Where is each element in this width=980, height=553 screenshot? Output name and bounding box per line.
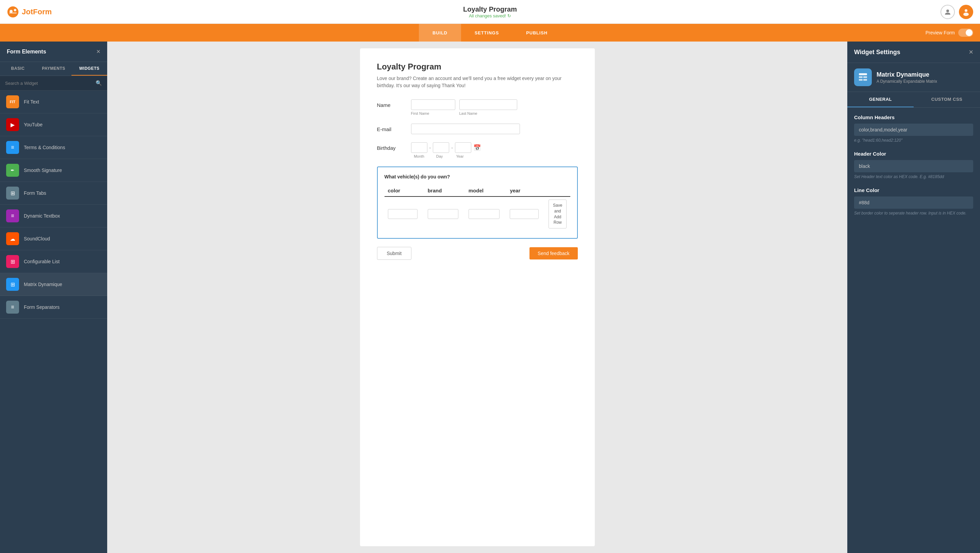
nav-tab-settings[interactable]: SETTINGS [461,24,512,41]
panel-content: Column Headers e.g. "head1:60,head2:120"… [847,108,980,553]
form-actions: Submit Send feedback [377,247,578,260]
line-color-input[interactable] [854,196,973,209]
widget-info-sub: A Dynamically Expandable Matrix [877,79,937,84]
search-button[interactable]: 🔍 [95,80,102,86]
panel-tab-custom-css[interactable]: CUSTOM CSS [914,92,980,107]
birthday-labels: Month Day Year [411,154,481,158]
widget-item-terms[interactable]: ≡ Terms & Conditions [0,136,107,159]
matrix-question: What vehicle(s) do you own? [385,174,570,180]
avatar-icon [962,8,970,16]
header-color-group: Header Color Set Header text color as HE… [854,151,973,179]
widget-name-youtube: YouTube [24,122,43,127]
search-area: 🔍 [0,76,107,91]
matrix-widget: What vehicle(s) do you own? color brand … [377,167,578,239]
widget-item-matrix-dynamique[interactable]: ⊞ Matrix Dynamique [0,273,107,296]
birthday-month-input[interactable] [411,142,427,153]
sidebar-tab-widgets[interactable]: WIDGETS [72,62,107,76]
saved-status: All changes saved! ↻ [463,13,517,18]
column-headers-group: Column Headers e.g. "head1:60,head2:120" [854,115,973,143]
search-input[interactable] [5,81,95,86]
feedback-button[interactable]: Send feedback [530,247,578,260]
matrix-header-action [545,185,570,196]
sidebar-tab-basic[interactable]: BASIC [0,62,36,76]
signature-icon: ✒ [6,164,19,177]
svg-rect-9 [863,76,867,78]
widget-info-text: Matrix Dynamique A Dynamically Expandabl… [877,71,937,84]
matrix-input-model[interactable] [469,209,500,219]
matrix-header-row: color brand model year [385,185,570,196]
svg-point-6 [963,13,969,16]
nav-tab-build[interactable]: BUILD [419,24,461,41]
first-name-sublabel: First Name [411,112,455,115]
name-field: Name First Name Last Name [377,99,578,115]
youtube-icon: ▶ [6,118,19,131]
widget-settings-panel: Widget Settings × Matrix Dynamique A Dyn… [847,41,980,553]
widget-item-form-tabs[interactable]: ⊞ Form Tabs [0,182,107,205]
logo-text: JotForm [22,8,52,16]
matrix-cell-year [506,196,545,231]
widget-name-soundcloud: SoundCloud [24,236,50,241]
top-header: JotForm Loyalty Program All changes save… [0,0,980,24]
nav-tab-publish[interactable]: PUBLISH [512,24,561,41]
panel-title: Widget Settings [854,49,900,56]
svg-rect-7 [859,73,867,75]
column-headers-input[interactable] [854,124,973,136]
first-name-input[interactable] [411,99,455,110]
sidebar-close-button[interactable]: × [96,48,100,56]
column-headers-hint: e.g. "head1:60,head2:120" [854,138,973,143]
user-icon[interactable] [940,5,955,19]
form-separators-icon: ≡ [6,301,19,314]
nav-bar: BUILD SETTINGS PUBLISH Preview Form [0,24,980,41]
configurable-list-icon: ⊞ [6,255,19,268]
sidebar-header: Form Elements × [0,41,107,62]
matrix-input-brand[interactable] [428,209,458,219]
preview-form-label: Preview Form [926,30,955,35]
matrix-header-model: model [465,185,507,196]
panel-tab-general[interactable]: GENERAL [847,92,914,107]
header-right [940,5,973,19]
sidebar-tab-payments[interactable]: PAYMENTS [36,62,72,76]
dynamic-textbox-icon: ≡ [6,209,19,222]
submit-button[interactable]: Submit [377,247,412,260]
widget-item-youtube[interactable]: ▶ YouTube [0,113,107,136]
birthday-row: - - 📅 [411,142,481,153]
matrix-input-year[interactable] [510,209,538,219]
widget-item-soundcloud[interactable]: ☁ SoundCloud [0,228,107,250]
day-label: Day [431,154,448,158]
jotform-logo-icon [7,6,19,18]
form-card-title: Loyalty Program [377,62,578,72]
matrix-widget-svg-icon [858,73,868,82]
header-color-hint: Set Header text color as HEX code. E.g. … [854,174,973,179]
preview-form-toggle[interactable] [958,29,973,37]
save-add-row-button[interactable]: SaveandAddRow [549,199,566,228]
widget-item-configurable-list[interactable]: ⊞ Configurable List [0,250,107,273]
widget-item-fit-text[interactable]: FIT Fit Text [0,91,107,113]
svg-point-4 [946,10,949,12]
svg-rect-10 [859,79,862,81]
svg-point-1 [10,10,13,13]
logo-area[interactable]: JotForm [7,6,52,18]
panel-header: Widget Settings × [847,41,980,63]
avatar[interactable] [959,5,973,19]
matrix-dynamique-icon: ⊞ [6,278,19,291]
header-color-input[interactable] [854,160,973,172]
first-name-group: First Name [411,99,455,115]
svg-point-0 [8,6,18,17]
widget-item-dynamic-textbox[interactable]: ≡ Dynamic Textbox [0,205,107,228]
calendar-icon[interactable]: 📅 [473,144,481,151]
widget-item-signature[interactable]: ✒ Smooth Signature [0,159,107,182]
line-color-hint: Set border color to seperate header row.… [854,211,973,215]
birthday-day-input[interactable] [433,142,449,153]
preview-form-area: Preview Form [926,29,973,37]
panel-close-button[interactable]: × [969,48,973,57]
matrix-table: color brand model year [385,185,570,231]
email-input[interactable] [411,124,520,134]
birthday-year-input[interactable] [455,142,471,153]
widget-item-form-separators[interactable]: ≡ Form Separators [0,296,107,319]
widget-info: Matrix Dynamique A Dynamically Expandabl… [847,63,980,92]
matrix-input-color[interactable] [388,209,417,219]
widget-info-name: Matrix Dynamique [877,71,937,78]
last-name-input[interactable] [460,99,517,110]
svg-rect-11 [863,79,867,81]
name-label: Name [377,99,404,108]
